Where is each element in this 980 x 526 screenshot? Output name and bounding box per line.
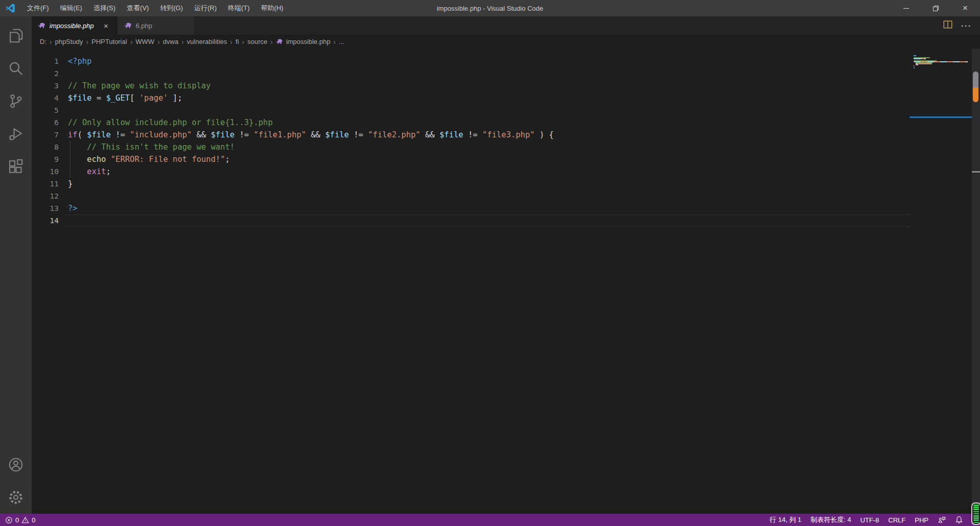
code-line-12: 12	[32, 190, 910, 202]
code-line-5: 5	[32, 104, 910, 116]
line-number: 9	[32, 155, 59, 163]
editor-pane[interactable]: 1<?php23// The page we wish to display4$…	[32, 49, 910, 514]
breadcrumb[interactable]: D:›phpStudy›PHPTutorial›WWW›dvwa›vulnera…	[32, 35, 910, 49]
window-controls: ×	[891, 0, 980, 16]
breadcrumb-file-label: impossible.php	[286, 38, 330, 45]
code-line-8: 8 // This isn't the page we want!	[32, 141, 910, 153]
code-text: if( $file != "include.php" && $file != "…	[68, 130, 554, 139]
menu-item-1[interactable]: 文件(F)	[21, 0, 55, 16]
breadcrumb-symbol-tail[interactable]: ...	[339, 38, 345, 45]
code-text: exit;	[68, 167, 111, 176]
breadcrumb-item[interactable]: source	[248, 38, 267, 45]
php-file-icon	[38, 21, 46, 30]
restore-icon[interactable]	[921, 0, 950, 16]
code-line-13: 13?>	[32, 202, 910, 214]
scrollbar-marker	[972, 171, 980, 173]
activity-run-debug-icon[interactable]	[0, 117, 32, 150]
status-indent-setting[interactable]: 制表符长度: 4	[806, 514, 855, 526]
code-text: $file = $_GET[ 'page' ];	[68, 93, 182, 103]
code-line-9: 9 echo "ERROR: File not found!";	[32, 153, 910, 165]
status-eol-sequence[interactable]: CRLF	[884, 514, 910, 526]
code-text: // This isn't the page we want!	[68, 142, 235, 152]
code-text: echo "ERROR: File not found!";	[68, 155, 230, 164]
status-cursor-position[interactable]: 行 14, 列 1	[765, 514, 806, 526]
code-line-14: 14	[32, 214, 910, 227]
feedback-icon[interactable]	[933, 514, 950, 526]
close-icon[interactable]: ×	[950, 0, 980, 16]
breadcrumb-item[interactable]: phpStudy	[55, 38, 83, 45]
line-number: 11	[32, 180, 59, 188]
activity-source-control-icon[interactable]	[0, 85, 32, 117]
vscode-window: 文件(F)编辑(E)选择(S)查看(V)转到(G)运行(R)终端(T)帮助(H)…	[0, 0, 980, 526]
minimap-line	[914, 68, 968, 69]
line-number: 4	[32, 94, 59, 102]
breadcrumb-item[interactable]: PHPTutorial	[91, 38, 127, 45]
activity-extensions-icon[interactable]	[0, 150, 32, 183]
minimap-code	[914, 55, 968, 69]
breadcrumb-item[interactable]: fi	[236, 38, 239, 45]
tab-close-icon[interactable]: ×	[101, 20, 111, 31]
status-language-mode[interactable]: PHP	[910, 514, 933, 526]
minimize-icon[interactable]	[891, 0, 921, 16]
line-number: 12	[32, 192, 59, 200]
minimap[interactable]	[910, 49, 972, 514]
code-area[interactable]: 1<?php23// The page we wish to display4$…	[32, 55, 910, 227]
menu-item-5[interactable]: 转到(G)	[155, 0, 189, 16]
php-file-icon	[124, 21, 132, 30]
more-actions-icon[interactable]: ···	[961, 21, 972, 30]
breadcrumb-file[interactable]: impossible.php	[276, 38, 330, 45]
chevron-right-icon: ›	[157, 38, 160, 46]
line-number: 5	[32, 106, 59, 114]
tab-label: 6.php	[136, 22, 153, 30]
activity-search-icon[interactable]	[0, 52, 32, 85]
status-bar: 0 0 行 14, 列 1制表符长度: 4UTF-8CRLFPHP	[0, 514, 980, 526]
breadcrumb-item[interactable]: WWW	[136, 38, 155, 45]
error-icon	[5, 516, 13, 524]
activity-bar	[0, 16, 32, 514]
split-editor-icon[interactable]	[943, 19, 953, 32]
breadcrumb-item[interactable]: dvwa	[163, 38, 178, 45]
activity-explorer-icon[interactable]	[0, 19, 32, 52]
menu-item-6[interactable]: 运行(R)	[188, 0, 222, 16]
tab-bar: impossible.php×6.php···	[32, 16, 980, 35]
line-number: 7	[32, 131, 59, 139]
problems-indicator[interactable]: 0 0	[0, 514, 35, 526]
battery-level-bars	[973, 505, 979, 523]
minimap-active-line	[910, 116, 972, 118]
chevron-right-icon: ›	[242, 38, 244, 46]
code-text: <?php	[68, 57, 92, 66]
battery-level-indicator	[971, 503, 980, 525]
menu-item-4[interactable]: 查看(V)	[121, 0, 154, 16]
menu-item-2[interactable]: 编辑(E)	[55, 0, 88, 16]
editor-scrollbar[interactable]	[972, 49, 980, 514]
chevron-right-icon: ›	[333, 38, 336, 46]
code-line-3: 3// The page we wish to display	[32, 80, 910, 92]
menu-item-7[interactable]: 终端(T)	[222, 0, 255, 16]
code-line-1: 1<?php	[32, 55, 910, 67]
code-text: }	[68, 179, 72, 188]
notifications-bell-icon[interactable]	[950, 514, 968, 526]
status-bar-right: 行 14, 列 1制表符长度: 4UTF-8CRLFPHP	[765, 514, 980, 526]
line-number: 8	[32, 143, 59, 151]
tab-6.php[interactable]: 6.php	[118, 16, 194, 35]
chevron-right-icon: ›	[130, 38, 133, 46]
tab-impossible.php[interactable]: impossible.php×	[32, 16, 118, 35]
code-line-6: 6// Only allow include.php or file{1..3}…	[32, 116, 910, 129]
scrollbar-slider[interactable]	[973, 71, 978, 102]
activity-account-icon[interactable]	[0, 448, 32, 481]
code-text: // Only allow include.php or file{1..3}.…	[68, 118, 273, 127]
status-encoding[interactable]: UTF-8	[855, 514, 884, 526]
error-count: 0	[15, 516, 19, 524]
code-line-4: 4$file = $_GET[ 'page' ];	[32, 92, 910, 104]
chevron-right-icon: ›	[86, 38, 89, 46]
menu-item-3[interactable]: 选择(S)	[88, 0, 121, 16]
code-line-2: 2	[32, 67, 910, 80]
tab-label: impossible.php	[50, 22, 94, 30]
line-number: 13	[32, 204, 59, 212]
breadcrumb-item[interactable]: D:	[40, 38, 46, 45]
menu-item-8[interactable]: 帮助(H)	[255, 0, 289, 16]
breadcrumb-item[interactable]: vulnerabilities	[187, 38, 227, 45]
activity-settings-icon[interactable]	[0, 481, 32, 514]
warning-count: 0	[32, 516, 35, 524]
chevron-right-icon: ›	[230, 38, 233, 46]
